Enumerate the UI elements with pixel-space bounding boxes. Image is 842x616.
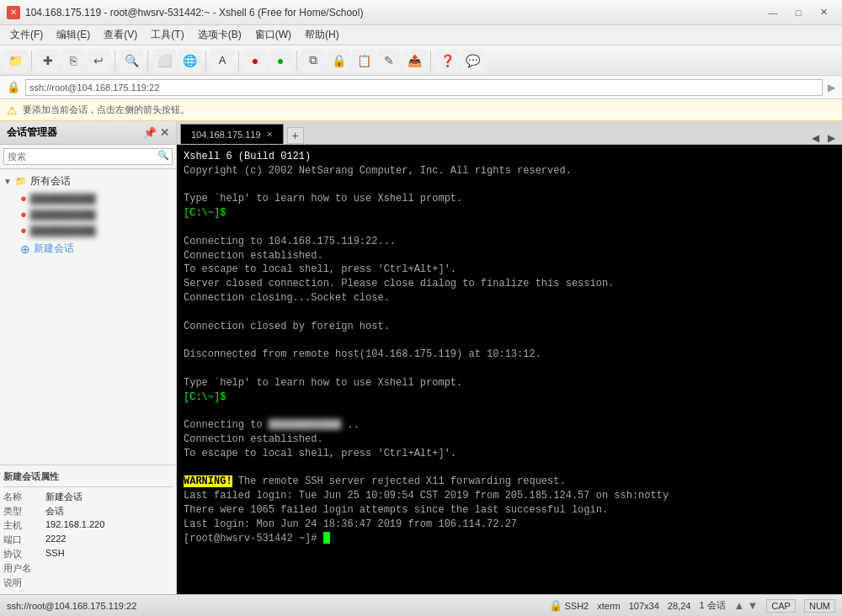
tab-label-1: 104.168.175.119 <box>191 130 261 140</box>
session-item-3[interactable]: ● ██████████ <box>0 222 176 238</box>
sidebar-title: 会话管理器 <box>7 125 57 140</box>
tb-btn-14[interactable]: ✎ <box>377 49 401 72</box>
status-sessions: 1 会话 <box>699 599 725 612</box>
tb-btn-17[interactable]: 💬 <box>461 49 484 72</box>
tb-btn-3[interactable]: ⎘ <box>61 49 85 72</box>
terminal-container: 104.168.175.119 ✕ + ◀ ▶ Xshell 6 (Build … <box>177 121 842 594</box>
terminal-line-20: Connecting to ████████████ .. <box>184 418 835 433</box>
sidebar-close-icon[interactable]: ✕ <box>160 126 169 139</box>
terminal-line-16 <box>184 362 835 376</box>
toolbar-separator-3 <box>147 50 148 71</box>
prop-key: 名称 <box>3 491 45 503</box>
prop-row-名称: 名称新建会话 <box>3 491 173 503</box>
prop-val: 2222 <box>45 534 66 546</box>
prop-key: 主机 <box>3 519 45 532</box>
terminal-line-25: Last failed login: Tue Jun 25 10:09:54 C… <box>184 489 835 503</box>
tb-btn-5[interactable]: 🔍 <box>120 49 143 72</box>
address-go-arrow[interactable]: ▶ <box>828 82 835 93</box>
hint-text: 要添加当前会话，点击左侧的箭头按钮。 <box>23 104 189 116</box>
terminal-line-13: Connection closed by foreign host. <box>184 320 835 334</box>
prop-key: 端口 <box>3 534 45 546</box>
address-bar: 🔒 ▶ <box>0 76 842 99</box>
toolbar-separator-6 <box>296 50 297 71</box>
tb-btn-10[interactable]: ● <box>269 49 292 72</box>
terminal-line-10: Server closed connection. Please close d… <box>184 277 835 291</box>
tb-btn-15[interactable]: 📤 <box>402 49 426 72</box>
prop-row-端口: 端口2222 <box>3 534 173 546</box>
status-bar: ssh://root@104.168.175.119:22 🔒 SSH2 xte… <box>0 594 842 616</box>
terminal-line-26: There were 1065 failed login attempts si… <box>184 503 835 518</box>
tab-prev-button[interactable]: ◀ <box>808 132 823 144</box>
tb-btn-13[interactable]: 📋 <box>352 49 376 72</box>
terminal-line-12 <box>184 305 835 320</box>
redacted-ip: ████████████ <box>269 419 341 431</box>
status-cap-badge: CAP <box>766 599 796 613</box>
prop-val: 新建会话 <box>45 491 83 503</box>
tab-close-1[interactable]: ✕ <box>266 130 273 139</box>
terminal-line-22: To escape to local shell, press 'Ctrl+Al… <box>184 447 835 461</box>
tb-btn-9[interactable]: ● <box>243 49 267 72</box>
sidebar-search-input[interactable] <box>3 148 173 165</box>
scroll-down-arrow[interactable]: ▼ <box>747 599 758 612</box>
prop-row-说明: 说明 <box>3 576 173 589</box>
tab-nav: ◀ ▶ <box>808 132 839 144</box>
close-button[interactable]: ✕ <box>812 4 835 21</box>
prop-key: 协议 <box>3 548 45 560</box>
session-item-2[interactable]: ● ██████████ <box>0 206 176 222</box>
menu-item-文件(F)[interactable]: 文件(F) <box>3 26 50 44</box>
new-session-btn[interactable]: 📁 <box>3 49 27 72</box>
tb-btn-11[interactable]: ⧉ <box>301 49 325 72</box>
menu-item-编辑(E)[interactable]: 编辑(E) <box>50 26 97 44</box>
prop-val: 192.168.1.220 <box>45 519 104 532</box>
tab-item-1[interactable]: 104.168.175.119 ✕ <box>180 124 284 144</box>
prop-val: 会话 <box>45 505 64 518</box>
tab-add-button[interactable]: + <box>287 127 304 144</box>
sidebar-header: 会话管理器 📌 ✕ <box>0 121 176 145</box>
toolbar-separator-1 <box>31 50 32 71</box>
tb-btn-16[interactable]: ❓ <box>435 49 459 72</box>
menu-item-查看(V)[interactable]: 查看(V) <box>97 26 144 44</box>
tb-btn-7[interactable]: 🌐 <box>178 49 201 72</box>
terminal[interactable]: Xshell 6 (Build 0121) Copyright (c) 2002… <box>177 145 842 594</box>
tab-next-button[interactable]: ▶ <box>824 132 839 144</box>
minimize-button[interactable]: — <box>761 4 785 21</box>
sidebar-pin-icon[interactable]: 📌 <box>143 126 157 139</box>
tb-btn-8[interactable]: A <box>210 49 234 72</box>
status-dimensions: 107x34 <box>629 601 659 611</box>
terminal-line-18: [C:\~]$ <box>184 390 835 405</box>
tb-btn-4[interactable]: ↩ <box>87 49 110 72</box>
tb-btn-2[interactable]: ✚ <box>36 49 60 72</box>
folder-icon: 📁 <box>15 176 27 187</box>
menu-item-选项卡(B)[interactable]: 选项卡(B) <box>191 26 248 44</box>
prop-row-用户名: 用户名 <box>3 562 173 575</box>
status-position: 28,24 <box>668 601 691 611</box>
prop-val: SSH <box>45 548 65 560</box>
expand-icon[interactable]: ▼ <box>3 177 12 186</box>
new-session-item[interactable]: ⊕ 新建会话 <box>0 238 176 259</box>
session-label-2: ██████████ <box>30 210 96 220</box>
session-item-1[interactable]: ● ██████████ <box>0 190 176 206</box>
menu-item-帮助(H)[interactable]: 帮助(H) <box>298 26 346 44</box>
status-num-badge: NUM <box>804 599 835 613</box>
tree-root-all-sessions[interactable]: ▼ 📁 所有会话 <box>0 173 176 190</box>
session-icon-3: ● <box>20 224 27 236</box>
toolbar: 📁 ✚ ⎘ ↩ 🔍 ⬜ 🌐 A ● ● ⧉ 🔒 📋 ✎ 📤 ❓ 💬 <box>0 45 842 76</box>
session-label-3: ██████████ <box>30 226 96 236</box>
terminal-cursor <box>323 532 330 544</box>
terminal-line-11: Connection closing...Socket close. <box>184 291 835 305</box>
terminal-line-3 <box>184 178 835 193</box>
prop-row-类型: 类型会话 <box>3 505 173 518</box>
toolbar-separator-2 <box>115 50 115 71</box>
prop-key: 用户名 <box>3 562 45 575</box>
menu-item-工具(T)[interactable]: 工具(T) <box>144 26 190 44</box>
warning-icon: ⚠ <box>7 104 18 117</box>
scroll-up-arrow[interactable]: ▲ <box>734 599 745 612</box>
terminal-line-1: Xshell 6 (Build 0121) <box>184 150 835 164</box>
menu-item-窗口(W)[interactable]: 窗口(W) <box>248 26 298 44</box>
tb-btn-12[interactable]: 🔒 <box>327 49 350 72</box>
tb-btn-6[interactable]: ⬜ <box>152 49 176 72</box>
maximize-button[interactable]: □ <box>786 4 810 21</box>
menu-bar: 文件(F)编辑(E)查看(V)工具(T)选项卡(B)窗口(W)帮助(H) <box>0 25 842 45</box>
terminal-line-6 <box>184 220 835 235</box>
address-input[interactable] <box>25 79 823 96</box>
